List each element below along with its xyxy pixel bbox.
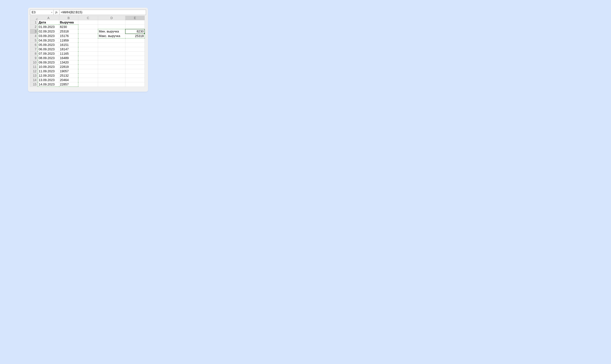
col-header-A[interactable]: A (38, 16, 59, 20)
cell-B1[interactable]: Выручка (59, 20, 78, 25)
cell-A13[interactable]: 12.09.2023 (38, 74, 59, 78)
cell-B9[interactable]: 16489 (59, 56, 78, 60)
cell-E2[interactable] (125, 25, 145, 29)
cell-E7[interactable] (125, 47, 145, 52)
cell-A15[interactable]: 14.09.2023 (38, 82, 59, 87)
cell-A5[interactable]: 04.09.2023 (38, 38, 59, 43)
row-header-9[interactable]: 9 (30, 56, 38, 60)
col-header-C[interactable]: C (78, 16, 98, 20)
cell-C5[interactable] (78, 38, 98, 43)
cell-B7[interactable]: 18147 (59, 47, 78, 52)
grid[interactable]: A B C D E 1 Дата Выручка 2 01.09.2023 82… (30, 16, 145, 87)
cell-D1[interactable] (98, 20, 125, 25)
cell-D15[interactable] (98, 82, 125, 87)
cell-B11[interactable]: 22819 (59, 65, 78, 69)
cell-B4[interactable]: 15176 (59, 34, 78, 38)
cell-A6[interactable]: 05.09.2023 (38, 43, 59, 47)
cell-E9[interactable] (125, 56, 145, 60)
select-all-corner[interactable] (30, 16, 38, 20)
cell-B13[interactable]: 25132 (59, 74, 78, 78)
cell-A2[interactable]: 01.09.2023 (38, 25, 59, 29)
cell-E4[interactable]: 25318 (125, 34, 145, 38)
cell-C6[interactable] (78, 43, 98, 47)
cell-A3[interactable]: 02.09.2023 (38, 29, 59, 34)
cell-B12[interactable]: 19057 (59, 69, 78, 74)
row-header-4[interactable]: 4 (30, 34, 38, 38)
cell-D3[interactable]: Мин. выручка (98, 29, 125, 34)
cell-A8[interactable]: 07.09.2023 (38, 52, 59, 56)
cell-C10[interactable] (78, 60, 98, 65)
cell-B3[interactable]: 25318 (59, 29, 78, 34)
cell-D14[interactable] (98, 78, 125, 82)
cell-D7[interactable] (98, 47, 125, 52)
cell-C2[interactable] (78, 25, 98, 29)
row-header-1[interactable]: 1 (30, 20, 38, 25)
row-header-14[interactable]: 14 (30, 78, 38, 82)
cell-E3[interactable]: 8230 (125, 29, 145, 34)
cell-C11[interactable] (78, 65, 98, 69)
cell-E15[interactable] (125, 82, 145, 87)
cell-B2[interactable]: 8230 (59, 25, 78, 29)
cell-B10[interactable]: 13420 (59, 60, 78, 65)
row-header-15[interactable]: 15 (30, 82, 38, 87)
cell-B15[interactable]: 22857 (59, 82, 78, 87)
cell-D10[interactable] (98, 60, 125, 65)
cell-A14[interactable]: 13.09.2023 (38, 78, 59, 82)
cell-A9[interactable]: 08.09.2023 (38, 56, 59, 60)
row-header-6[interactable]: 6 (30, 43, 38, 47)
name-box[interactable]: E3 ▾ (30, 10, 54, 15)
cell-A7[interactable]: 06.09.2023 (38, 47, 59, 52)
row-header-3[interactable]: 3 (30, 29, 38, 34)
cell-C15[interactable] (78, 82, 98, 87)
cell-C7[interactable] (78, 47, 98, 52)
cell-E14[interactable] (125, 78, 145, 82)
fx-icon[interactable]: fx (54, 10, 59, 15)
row-header-8[interactable]: 8 (30, 52, 38, 56)
cell-E10[interactable] (125, 60, 145, 65)
cell-D6[interactable] (98, 43, 125, 47)
col-header-D[interactable]: D (98, 16, 125, 20)
cell-D8[interactable] (98, 52, 125, 56)
cell-C9[interactable] (78, 56, 98, 60)
row-header-10[interactable]: 10 (30, 60, 38, 65)
cell-E5[interactable] (125, 38, 145, 43)
cell-B14[interactable]: 20464 (59, 78, 78, 82)
cell-C4[interactable] (78, 34, 98, 38)
row-header-5[interactable]: 5 (30, 38, 38, 43)
cell-B8[interactable]: 11165 (59, 52, 78, 56)
cell-E1[interactable] (125, 20, 145, 25)
cell-E6[interactable] (125, 43, 145, 47)
row-header-12[interactable]: 12 (30, 69, 38, 74)
cell-A1[interactable]: Дата (38, 20, 59, 25)
formula-input[interactable]: =МИН(B2:B15) (59, 10, 146, 15)
cell-A11[interactable]: 10.09.2023 (38, 65, 59, 69)
cell-D12[interactable] (98, 69, 125, 74)
cell-B5[interactable]: 11959 (59, 38, 78, 43)
cell-C12[interactable] (78, 69, 98, 74)
cell-D2[interactable] (98, 25, 125, 29)
cell-A10[interactable]: 09.09.2023 (38, 60, 59, 65)
cell-D13[interactable] (98, 74, 125, 78)
row-header-2[interactable]: 2 (30, 25, 38, 29)
cell-C13[interactable] (78, 74, 98, 78)
row-header-13[interactable]: 13 (30, 74, 38, 78)
cell-D11[interactable] (98, 65, 125, 69)
cell-A4[interactable]: 03.09.2023 (38, 34, 59, 38)
cell-C8[interactable] (78, 52, 98, 56)
chevron-down-icon[interactable]: ▾ (51, 11, 52, 13)
cell-E13[interactable] (125, 74, 145, 78)
cell-C3[interactable] (78, 29, 98, 34)
col-header-E[interactable]: E (125, 16, 145, 20)
cell-D5[interactable] (98, 38, 125, 43)
cell-E11[interactable] (125, 65, 145, 69)
col-header-B[interactable]: B (59, 16, 78, 20)
cell-D9[interactable] (98, 56, 125, 60)
row-header-7[interactable]: 7 (30, 47, 38, 52)
cell-C14[interactable] (78, 78, 98, 82)
cell-B6[interactable]: 16151 (59, 43, 78, 47)
cell-E12[interactable] (125, 69, 145, 74)
cell-A12[interactable]: 11.09.2023 (38, 69, 59, 74)
row-header-11[interactable]: 11 (30, 65, 38, 69)
cell-D4[interactable]: Макс. выручка (98, 34, 125, 38)
cell-C1[interactable] (78, 20, 98, 25)
